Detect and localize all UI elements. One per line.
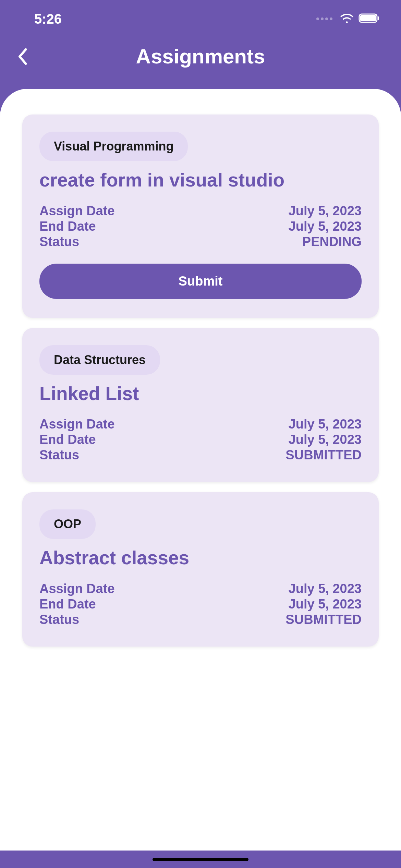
course-tag: Data Structures xyxy=(39,345,160,375)
assign-date-label: Assign Date xyxy=(39,417,115,432)
assign-date-value: July 5, 2023 xyxy=(289,204,362,218)
course-tag: OOP xyxy=(39,509,96,539)
home-indicator[interactable] xyxy=(153,858,248,861)
assign-date-row: Assign Date July 5, 2023 xyxy=(39,581,362,596)
assignment-card: Data Structures Linked List Assign Date … xyxy=(22,328,379,482)
svg-rect-1 xyxy=(360,15,376,21)
back-button[interactable] xyxy=(14,45,31,69)
assign-date-label: Assign Date xyxy=(39,581,115,596)
status-row: Status SUBMITTED xyxy=(39,448,362,462)
status-time: 5:26 xyxy=(34,11,62,27)
page-title: Assignments xyxy=(136,45,265,68)
status-bar: 5:26 xyxy=(0,0,401,34)
end-date-row: End Date July 5, 2023 xyxy=(39,432,362,447)
course-tag: Visual Programming xyxy=(39,132,188,161)
assignment-title: Abstract classes xyxy=(39,547,362,568)
svg-rect-2 xyxy=(378,16,379,20)
chevron-left-icon xyxy=(17,48,28,65)
submit-button[interactable]: Submit xyxy=(39,264,362,299)
end-date-value: July 5, 2023 xyxy=(289,432,362,447)
end-date-label: End Date xyxy=(39,432,96,447)
signal-dots-icon xyxy=(316,17,332,20)
end-date-label: End Date xyxy=(39,219,96,234)
end-date-row: End Date July 5, 2023 xyxy=(39,597,362,612)
status-row: Status PENDING xyxy=(39,234,362,249)
content-area[interactable]: Visual Programming create form in visual… xyxy=(0,89,401,851)
status-label: Status xyxy=(39,612,79,627)
status-label: Status xyxy=(39,234,79,249)
status-row: Status SUBMITTED xyxy=(39,612,362,627)
assign-date-row: Assign Date July 5, 2023 xyxy=(39,204,362,218)
header: Assignments xyxy=(0,34,401,89)
end-date-value: July 5, 2023 xyxy=(289,219,362,234)
status-value: SUBMITTED xyxy=(285,612,362,627)
assignment-card: Visual Programming create form in visual… xyxy=(22,114,379,318)
end-date-value: July 5, 2023 xyxy=(289,597,362,612)
assignment-title: Linked List xyxy=(39,383,362,404)
end-date-row: End Date July 5, 2023 xyxy=(39,219,362,234)
status-icons xyxy=(316,11,380,27)
assignment-card: OOP Abstract classes Assign Date July 5,… xyxy=(22,492,379,647)
assign-date-value: July 5, 2023 xyxy=(289,581,362,596)
status-value: PENDING xyxy=(302,234,362,249)
wifi-icon xyxy=(339,11,354,27)
assign-date-label: Assign Date xyxy=(39,204,115,218)
status-value: SUBMITTED xyxy=(285,448,362,462)
end-date-label: End Date xyxy=(39,597,96,612)
assign-date-value: July 5, 2023 xyxy=(289,417,362,432)
battery-icon xyxy=(359,13,380,25)
status-label: Status xyxy=(39,448,79,462)
assign-date-row: Assign Date July 5, 2023 xyxy=(39,417,362,432)
assignment-title: create form in visual studio xyxy=(39,170,362,191)
